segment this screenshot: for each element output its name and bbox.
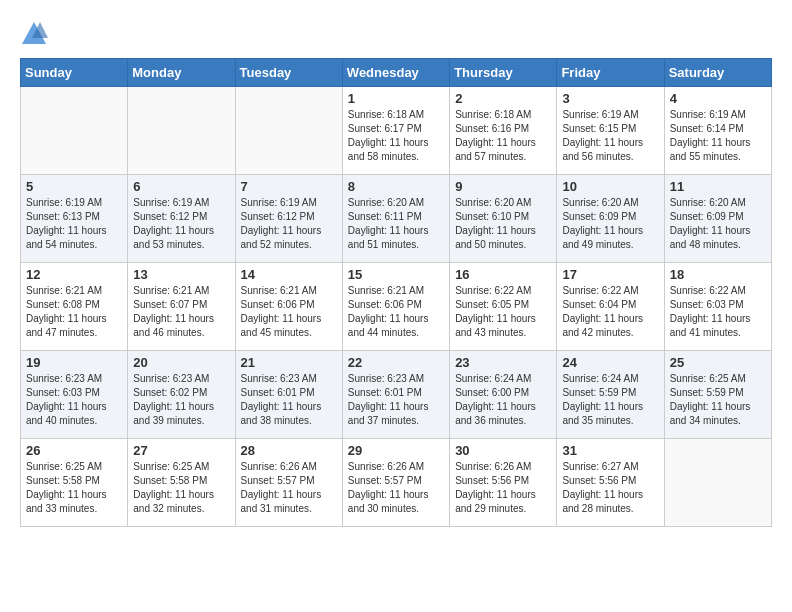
day-info: Sunrise: 6:20 AM Sunset: 6:09 PM Dayligh… — [670, 196, 766, 252]
day-number: 27 — [133, 443, 229, 458]
calendar-cell: 22Sunrise: 6:23 AM Sunset: 6:01 PM Dayli… — [342, 351, 449, 439]
calendar-cell — [128, 87, 235, 175]
day-info: Sunrise: 6:25 AM Sunset: 5:58 PM Dayligh… — [133, 460, 229, 516]
day-number: 19 — [26, 355, 122, 370]
day-number: 12 — [26, 267, 122, 282]
week-row-1: 1Sunrise: 6:18 AM Sunset: 6:17 PM Daylig… — [21, 87, 772, 175]
day-number: 1 — [348, 91, 444, 106]
calendar-cell: 21Sunrise: 6:23 AM Sunset: 6:01 PM Dayli… — [235, 351, 342, 439]
day-info: Sunrise: 6:24 AM Sunset: 5:59 PM Dayligh… — [562, 372, 658, 428]
day-info: Sunrise: 6:24 AM Sunset: 6:00 PM Dayligh… — [455, 372, 551, 428]
calendar-cell: 28Sunrise: 6:26 AM Sunset: 5:57 PM Dayli… — [235, 439, 342, 527]
day-info: Sunrise: 6:21 AM Sunset: 6:07 PM Dayligh… — [133, 284, 229, 340]
calendar-cell: 31Sunrise: 6:27 AM Sunset: 5:56 PM Dayli… — [557, 439, 664, 527]
day-number: 16 — [455, 267, 551, 282]
day-number: 2 — [455, 91, 551, 106]
day-number: 6 — [133, 179, 229, 194]
day-info: Sunrise: 6:25 AM Sunset: 5:58 PM Dayligh… — [26, 460, 122, 516]
calendar-cell: 9Sunrise: 6:20 AM Sunset: 6:10 PM Daylig… — [450, 175, 557, 263]
calendar-cell: 10Sunrise: 6:20 AM Sunset: 6:09 PM Dayli… — [557, 175, 664, 263]
day-number: 26 — [26, 443, 122, 458]
day-number: 13 — [133, 267, 229, 282]
calendar-cell: 8Sunrise: 6:20 AM Sunset: 6:11 PM Daylig… — [342, 175, 449, 263]
day-info: Sunrise: 6:23 AM Sunset: 6:02 PM Dayligh… — [133, 372, 229, 428]
day-info: Sunrise: 6:19 AM Sunset: 6:12 PM Dayligh… — [241, 196, 337, 252]
calendar-cell: 11Sunrise: 6:20 AM Sunset: 6:09 PM Dayli… — [664, 175, 771, 263]
day-info: Sunrise: 6:20 AM Sunset: 6:11 PM Dayligh… — [348, 196, 444, 252]
day-number: 28 — [241, 443, 337, 458]
calendar-cell: 20Sunrise: 6:23 AM Sunset: 6:02 PM Dayli… — [128, 351, 235, 439]
day-info: Sunrise: 6:21 AM Sunset: 6:08 PM Dayligh… — [26, 284, 122, 340]
day-info: Sunrise: 6:19 AM Sunset: 6:15 PM Dayligh… — [562, 108, 658, 164]
day-number: 14 — [241, 267, 337, 282]
calendar-cell — [21, 87, 128, 175]
day-number: 20 — [133, 355, 229, 370]
calendar-cell: 7Sunrise: 6:19 AM Sunset: 6:12 PM Daylig… — [235, 175, 342, 263]
week-row-4: 19Sunrise: 6:23 AM Sunset: 6:03 PM Dayli… — [21, 351, 772, 439]
calendar-cell: 27Sunrise: 6:25 AM Sunset: 5:58 PM Dayli… — [128, 439, 235, 527]
day-info: Sunrise: 6:27 AM Sunset: 5:56 PM Dayligh… — [562, 460, 658, 516]
calendar-cell: 2Sunrise: 6:18 AM Sunset: 6:16 PM Daylig… — [450, 87, 557, 175]
day-number: 18 — [670, 267, 766, 282]
calendar-cell: 12Sunrise: 6:21 AM Sunset: 6:08 PM Dayli… — [21, 263, 128, 351]
day-info: Sunrise: 6:18 AM Sunset: 6:16 PM Dayligh… — [455, 108, 551, 164]
calendar-cell: 29Sunrise: 6:26 AM Sunset: 5:57 PM Dayli… — [342, 439, 449, 527]
weekday-header-tuesday: Tuesday — [235, 59, 342, 87]
week-row-3: 12Sunrise: 6:21 AM Sunset: 6:08 PM Dayli… — [21, 263, 772, 351]
day-number: 31 — [562, 443, 658, 458]
day-number: 22 — [348, 355, 444, 370]
week-row-2: 5Sunrise: 6:19 AM Sunset: 6:13 PM Daylig… — [21, 175, 772, 263]
day-info: Sunrise: 6:19 AM Sunset: 6:13 PM Dayligh… — [26, 196, 122, 252]
weekday-header-saturday: Saturday — [664, 59, 771, 87]
calendar-cell: 25Sunrise: 6:25 AM Sunset: 5:59 PM Dayli… — [664, 351, 771, 439]
logo-icon — [20, 20, 48, 48]
week-row-5: 26Sunrise: 6:25 AM Sunset: 5:58 PM Dayli… — [21, 439, 772, 527]
calendar-cell: 14Sunrise: 6:21 AM Sunset: 6:06 PM Dayli… — [235, 263, 342, 351]
day-info: Sunrise: 6:21 AM Sunset: 6:06 PM Dayligh… — [241, 284, 337, 340]
page-header — [20, 20, 772, 48]
day-info: Sunrise: 6:20 AM Sunset: 6:10 PM Dayligh… — [455, 196, 551, 252]
day-info: Sunrise: 6:22 AM Sunset: 6:03 PM Dayligh… — [670, 284, 766, 340]
calendar-cell — [235, 87, 342, 175]
calendar-cell: 4Sunrise: 6:19 AM Sunset: 6:14 PM Daylig… — [664, 87, 771, 175]
calendar-cell: 18Sunrise: 6:22 AM Sunset: 6:03 PM Dayli… — [664, 263, 771, 351]
day-info: Sunrise: 6:18 AM Sunset: 6:17 PM Dayligh… — [348, 108, 444, 164]
calendar-cell: 3Sunrise: 6:19 AM Sunset: 6:15 PM Daylig… — [557, 87, 664, 175]
day-number: 23 — [455, 355, 551, 370]
calendar-cell: 6Sunrise: 6:19 AM Sunset: 6:12 PM Daylig… — [128, 175, 235, 263]
logo — [20, 20, 52, 48]
calendar-cell: 16Sunrise: 6:22 AM Sunset: 6:05 PM Dayli… — [450, 263, 557, 351]
calendar-cell: 30Sunrise: 6:26 AM Sunset: 5:56 PM Dayli… — [450, 439, 557, 527]
day-info: Sunrise: 6:26 AM Sunset: 5:56 PM Dayligh… — [455, 460, 551, 516]
day-info: Sunrise: 6:22 AM Sunset: 6:04 PM Dayligh… — [562, 284, 658, 340]
day-number: 9 — [455, 179, 551, 194]
day-info: Sunrise: 6:25 AM Sunset: 5:59 PM Dayligh… — [670, 372, 766, 428]
day-number: 25 — [670, 355, 766, 370]
calendar-table: SundayMondayTuesdayWednesdayThursdayFrid… — [20, 58, 772, 527]
day-number: 17 — [562, 267, 658, 282]
day-number: 24 — [562, 355, 658, 370]
weekday-header-row: SundayMondayTuesdayWednesdayThursdayFrid… — [21, 59, 772, 87]
day-number: 29 — [348, 443, 444, 458]
day-info: Sunrise: 6:26 AM Sunset: 5:57 PM Dayligh… — [241, 460, 337, 516]
weekday-header-wednesday: Wednesday — [342, 59, 449, 87]
weekday-header-sunday: Sunday — [21, 59, 128, 87]
day-number: 8 — [348, 179, 444, 194]
weekday-header-friday: Friday — [557, 59, 664, 87]
day-number: 3 — [562, 91, 658, 106]
calendar-cell — [664, 439, 771, 527]
day-info: Sunrise: 6:22 AM Sunset: 6:05 PM Dayligh… — [455, 284, 551, 340]
day-info: Sunrise: 6:19 AM Sunset: 6:12 PM Dayligh… — [133, 196, 229, 252]
calendar-cell: 1Sunrise: 6:18 AM Sunset: 6:17 PM Daylig… — [342, 87, 449, 175]
weekday-header-thursday: Thursday — [450, 59, 557, 87]
day-info: Sunrise: 6:20 AM Sunset: 6:09 PM Dayligh… — [562, 196, 658, 252]
calendar-cell: 19Sunrise: 6:23 AM Sunset: 6:03 PM Dayli… — [21, 351, 128, 439]
calendar-cell: 17Sunrise: 6:22 AM Sunset: 6:04 PM Dayli… — [557, 263, 664, 351]
calendar-cell: 26Sunrise: 6:25 AM Sunset: 5:58 PM Dayli… — [21, 439, 128, 527]
day-info: Sunrise: 6:19 AM Sunset: 6:14 PM Dayligh… — [670, 108, 766, 164]
calendar-cell: 15Sunrise: 6:21 AM Sunset: 6:06 PM Dayli… — [342, 263, 449, 351]
day-info: Sunrise: 6:23 AM Sunset: 6:03 PM Dayligh… — [26, 372, 122, 428]
calendar-cell: 23Sunrise: 6:24 AM Sunset: 6:00 PM Dayli… — [450, 351, 557, 439]
calendar-cell: 13Sunrise: 6:21 AM Sunset: 6:07 PM Dayli… — [128, 263, 235, 351]
day-info: Sunrise: 6:23 AM Sunset: 6:01 PM Dayligh… — [241, 372, 337, 428]
